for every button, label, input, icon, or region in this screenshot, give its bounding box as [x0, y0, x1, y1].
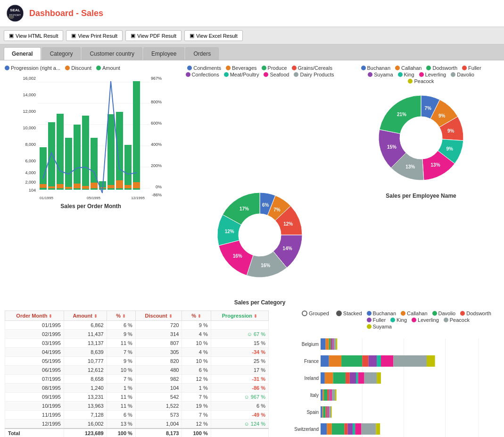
legend-peacock: Peacock: [408, 78, 434, 84]
cell-discount: 314: [135, 330, 182, 339]
view-print-button[interactable]: ▣ View Print Result: [66, 30, 123, 41]
tab-general[interactable]: General: [4, 47, 41, 60]
svg-point-0: [7, 5, 24, 22]
total-discpct: 100 %: [182, 429, 211, 437]
table-row: 03/1995 13,137 11 % 807 10 % 15 %: [5, 339, 269, 348]
svg-rect-81: [321, 338, 326, 350]
svg-text:-86%: -86%: [152, 193, 162, 197]
legend-meat: Meat/Poultry: [224, 72, 259, 77]
chart3-title: Sales per Employee Name: [343, 193, 499, 199]
legend-dairy: Dairy Products: [294, 72, 334, 77]
grouped-radio[interactable]: Grouped: [302, 311, 329, 316]
category-donut-chart-2: 6%7%12%14%16%16%12%17%: [208, 183, 312, 296]
legend-leverling: Leverling: [419, 72, 446, 77]
svg-rect-26: [40, 147, 47, 190]
svg-rect-119: [335, 389, 336, 401]
legend-davolio: Davolio: [451, 72, 474, 77]
cell-prog: -49 %: [211, 411, 268, 420]
cell-discount: 807: [135, 339, 182, 348]
print-icon: ▣: [71, 33, 76, 39]
svg-text:13%: 13%: [431, 162, 440, 168]
svg-rect-43: [82, 186, 89, 189]
progression-dot: [5, 66, 9, 70]
view-pdf-button[interactable]: ▣ View PDF Result: [125, 30, 182, 41]
bar-chart-panel: Grouped Stacked Buchanan Callahan: [273, 311, 499, 437]
col-discount[interactable]: Discount ⇕: [135, 311, 182, 321]
svg-rect-34: [107, 114, 115, 190]
svg-rect-118: [331, 389, 335, 401]
cell-month: 05/1995: [5, 357, 64, 366]
col-amt-pct[interactable]: % ⇕: [107, 311, 135, 321]
grouped-radio-circle: [302, 311, 307, 316]
sales-per-category-panel: Condiments Beverages Produce Grains/Cere…: [182, 65, 338, 306]
cell-amount: 8,658: [64, 375, 107, 384]
svg-text:6,000: 6,000: [25, 159, 36, 163]
callahan-dot: [395, 66, 400, 70]
svg-rect-128: [329, 406, 330, 418]
legend-dodsworth: Dodsworth: [426, 65, 457, 71]
svg-rect-116: [330, 389, 330, 401]
svg-rect-92: [329, 355, 341, 367]
cell-discount: 1,522: [135, 402, 182, 411]
cell-amtpct: 9 %: [107, 357, 135, 366]
view-excel-button[interactable]: ▣ View Excel Result: [184, 30, 243, 41]
bottom-row: Order Month ⇕ Amount ⇕ % ⇕ Discount ⇕ % …: [5, 311, 499, 437]
cell-amtpct: 6 %: [107, 321, 135, 330]
cell-prog: 25 %: [211, 357, 268, 366]
svg-text:01/1995: 01/1995: [40, 196, 53, 200]
cell-discpct: 19 %: [182, 402, 211, 411]
tab-customer-country[interactable]: Customer country: [82, 47, 142, 60]
chart3-legend: Buchanan Callahan Dodsworth Fuller Suyam…: [360, 65, 482, 84]
cell-amount: 1,240: [64, 384, 107, 393]
cell-discount: 820: [135, 357, 182, 366]
tab-employee[interactable]: Employee: [143, 47, 184, 60]
table-row: 12/1995 16,002 13 % 1,004 12 % ☺ 124 %: [5, 420, 269, 429]
davolio-dot: [451, 72, 455, 77]
table-row: 08/1995 1,240 1 % 104 1 % -86 %: [5, 384, 269, 393]
beverages-dot: [226, 66, 231, 70]
legend-beverages: Beverages: [226, 65, 257, 71]
sales-per-employee-panel: Buchanan Callahan Dodsworth Fuller Suyam…: [343, 65, 499, 306]
cell-month: 10/1995: [5, 402, 64, 411]
cell-month: 09/1995: [5, 393, 64, 402]
svg-text:0%: 0%: [156, 185, 162, 189]
svg-text:400%: 400%: [151, 142, 162, 147]
svg-rect-139: [376, 423, 380, 435]
svg-text:200%: 200%: [151, 163, 162, 168]
cell-discpct: 4 %: [182, 348, 211, 357]
legend-suyama-bar: Suyama: [367, 324, 392, 329]
svg-rect-131: [321, 423, 327, 435]
cell-prog: ☺ 124 %: [211, 420, 268, 429]
col-amount[interactable]: Amount ⇕: [64, 311, 107, 321]
svg-rect-126: [327, 406, 328, 418]
cell-amount: 7,128: [64, 411, 107, 420]
svg-rect-113: [324, 389, 327, 401]
table-row: 05/1995 10,777 9 % 820 10 % 25 %: [5, 357, 269, 366]
cell-amount: 13,231: [64, 393, 107, 402]
svg-rect-82: [325, 338, 329, 350]
total-row: Total 123,689 100 % 8,173 100 %: [5, 429, 269, 437]
confections-dot: [186, 72, 190, 77]
cell-discpct: 12 %: [182, 375, 211, 384]
svg-rect-87: [333, 338, 334, 350]
tabs: General Category Customer country Employ…: [0, 44, 504, 60]
svg-rect-86: [332, 338, 333, 350]
cell-amount: 8,639: [64, 348, 107, 357]
col-disc-pct[interactable]: % ⇕: [182, 311, 211, 321]
tab-orders[interactable]: Orders: [185, 47, 219, 60]
svg-rect-35: [116, 112, 123, 190]
legend-produce: Produce: [262, 65, 287, 71]
stacked-radio[interactable]: Stacked: [336, 311, 362, 316]
legend-buchanan: Buchanan: [361, 65, 391, 71]
cell-discpct: 7 %: [182, 393, 211, 402]
svg-text:16,002: 16,002: [23, 76, 36, 81]
svg-rect-38: [40, 184, 47, 188]
svg-rect-28: [57, 114, 64, 190]
col-order-month[interactable]: Order Month ⇕: [5, 311, 64, 321]
svg-rect-127: [327, 406, 329, 418]
view-html-button[interactable]: ▣ View HTML Result: [4, 30, 63, 41]
table-row: 07/1995 8,658 7 % 982 12 % -31 %: [5, 375, 269, 384]
svg-rect-42: [74, 184, 81, 188]
tab-category[interactable]: Category: [42, 47, 81, 60]
col-progression[interactable]: Progression ⇕: [211, 311, 268, 321]
